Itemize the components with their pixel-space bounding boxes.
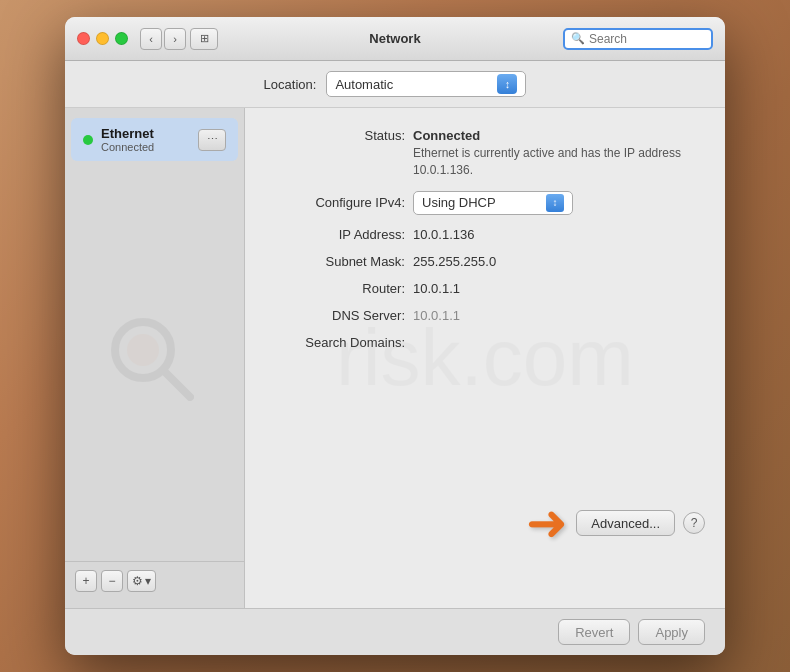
ethernet-status-dot bbox=[83, 135, 93, 145]
configure-ipv4-arrow-icon: ↕ bbox=[546, 194, 564, 212]
window-title: Network bbox=[369, 31, 420, 46]
search-domains-label: Search Domains: bbox=[275, 335, 405, 350]
back-button[interactable]: ‹ bbox=[140, 28, 162, 50]
subnet-mask-value: 255.255.255.0 bbox=[413, 254, 496, 269]
sidebar-bottom-controls: + − ⚙ ▾ bbox=[65, 561, 244, 600]
subnet-mask-label: Subnet Mask: bbox=[275, 254, 405, 269]
subnet-mask-row: Subnet Mask: 255.255.255.0 bbox=[275, 254, 695, 269]
advanced-area: ➜ Advanced... ? bbox=[526, 498, 705, 548]
dns-server-value: 10.0.1.1 bbox=[413, 308, 460, 323]
ip-address-row: IP Address: 10.0.1.136 bbox=[275, 227, 695, 242]
router-label: Router: bbox=[275, 281, 405, 296]
dns-server-row: DNS Server: 10.0.1.1 bbox=[275, 308, 695, 323]
router-row: Router: 10.0.1.1 bbox=[275, 281, 695, 296]
ip-address-label: IP Address: bbox=[275, 227, 405, 242]
location-value: Automatic bbox=[335, 77, 497, 92]
advanced-button[interactable]: Advanced... bbox=[576, 510, 675, 536]
gear-menu-button[interactable]: ⚙ ▾ bbox=[127, 570, 156, 592]
arrow-indicator-icon: ➜ bbox=[526, 498, 568, 548]
nav-buttons: ‹ › bbox=[140, 28, 186, 50]
forward-button[interactable]: › bbox=[164, 28, 186, 50]
sidebar-item-ethernet[interactable]: Ethernet Connected ⋯ bbox=[71, 118, 238, 161]
status-value-block: Connected Ethernet is currently active a… bbox=[413, 128, 695, 179]
main-content: Ethernet Connected ⋯ + − ⚙ ▾ bbox=[65, 108, 725, 608]
configure-ipv4-value: Using DHCP bbox=[422, 195, 546, 210]
bottom-bar: Revert Apply bbox=[65, 608, 725, 655]
sidebar-watermark bbox=[65, 163, 244, 561]
network-window: ‹ › ⊞ Network 🔍 Location: Automatic ↕ Et… bbox=[65, 17, 725, 655]
dns-server-label: DNS Server: bbox=[275, 308, 405, 323]
add-service-button[interactable]: + bbox=[75, 570, 97, 592]
close-button[interactable] bbox=[77, 32, 90, 45]
search-icon: 🔍 bbox=[571, 32, 585, 45]
remove-service-button[interactable]: − bbox=[101, 570, 123, 592]
ethernet-status: Connected bbox=[101, 141, 198, 153]
ethernet-name: Ethernet bbox=[101, 126, 198, 141]
grid-button[interactable]: ⊞ bbox=[190, 28, 218, 50]
minimize-button[interactable] bbox=[96, 32, 109, 45]
search-box[interactable]: 🔍 bbox=[563, 28, 713, 50]
maximize-button[interactable] bbox=[115, 32, 128, 45]
ethernet-info: Ethernet Connected bbox=[101, 126, 198, 153]
apply-button[interactable]: Apply bbox=[638, 619, 705, 645]
location-bar: Location: Automatic ↕ bbox=[65, 61, 725, 108]
search-input[interactable] bbox=[589, 32, 705, 46]
svg-line-1 bbox=[163, 370, 190, 397]
magnifier-watermark-icon bbox=[105, 312, 205, 412]
gear-icon: ⚙ bbox=[132, 574, 143, 588]
revert-button[interactable]: Revert bbox=[558, 619, 630, 645]
detail-panel: risk.com Status: Connected Ethernet is c… bbox=[245, 108, 725, 608]
configure-ipv4-row: Configure IPv4: Using DHCP ↕ bbox=[275, 191, 695, 215]
status-row: Status: Connected Ethernet is currently … bbox=[275, 128, 695, 179]
help-button[interactable]: ? bbox=[683, 512, 705, 534]
status-field-label: Status: bbox=[275, 128, 405, 143]
status-description: Ethernet is currently active and has the… bbox=[413, 145, 695, 179]
gear-arrow-icon: ▾ bbox=[145, 574, 151, 588]
titlebar: ‹ › ⊞ Network 🔍 bbox=[65, 17, 725, 61]
status-value: Connected bbox=[413, 128, 695, 143]
ethernet-action-button[interactable]: ⋯ bbox=[198, 129, 226, 151]
location-select[interactable]: Automatic ↕ bbox=[326, 71, 526, 97]
ip-address-value: 10.0.1.136 bbox=[413, 227, 474, 242]
background-watermark: risk.com bbox=[336, 312, 634, 404]
sidebar: Ethernet Connected ⋯ + − ⚙ ▾ bbox=[65, 108, 245, 608]
configure-ipv4-label: Configure IPv4: bbox=[275, 195, 405, 210]
traffic-lights bbox=[77, 32, 128, 45]
configure-ipv4-select[interactable]: Using DHCP ↕ bbox=[413, 191, 573, 215]
location-dropdown-arrow: ↕ bbox=[497, 74, 517, 94]
location-label: Location: bbox=[264, 77, 317, 92]
search-domains-row: Search Domains: bbox=[275, 335, 695, 350]
router-value: 10.0.1.1 bbox=[413, 281, 460, 296]
svg-point-2 bbox=[127, 334, 159, 366]
